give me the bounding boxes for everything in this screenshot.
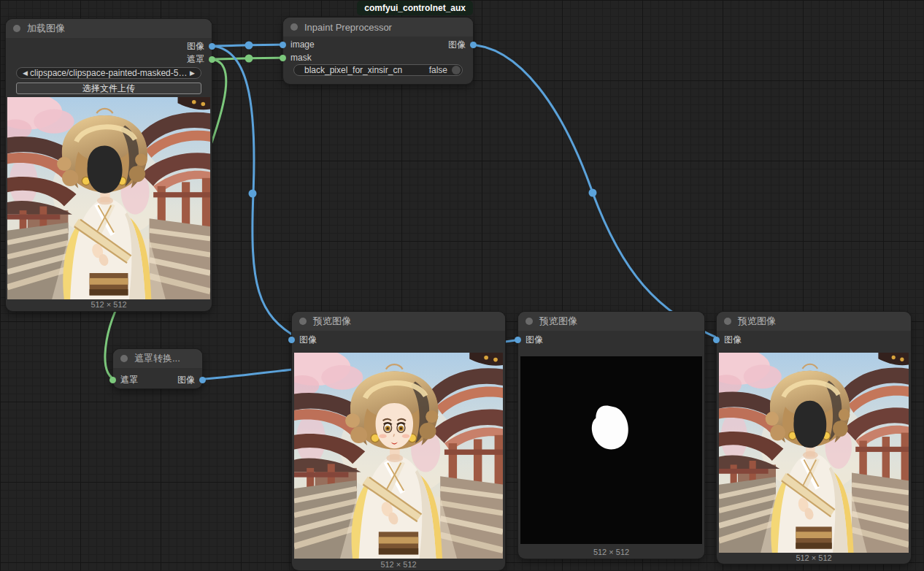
collapse-dot-icon[interactable] <box>120 355 128 362</box>
port-label: mask <box>290 53 312 63</box>
output-port-image[interactable]: 图像 <box>187 40 215 52</box>
node-title: 加载图像 <box>27 22 65 35</box>
node-title: 预览图像 <box>539 315 577 328</box>
node-preview-image-2[interactable]: 预览图像 图像 512 × 512 <box>518 312 704 559</box>
port-label: image <box>290 39 315 50</box>
input-port-image[interactable]: 图像 <box>713 334 742 345</box>
input-dot-icon[interactable] <box>515 337 521 343</box>
input-port-image[interactable]: image <box>280 39 315 50</box>
preview-mask-image <box>520 356 702 544</box>
port-label: 图像 <box>187 40 204 53</box>
link-midpoint-dot[interactable] <box>245 55 253 63</box>
port-label: 遮罩 <box>187 53 204 66</box>
input-dot-icon[interactable] <box>280 55 286 61</box>
resolution-label: 512 × 512 <box>292 560 505 569</box>
port-label: 遮罩 <box>120 374 138 386</box>
collapse-dot-icon[interactable] <box>299 318 307 325</box>
collapse-dot-icon[interactable] <box>13 25 20 32</box>
node-header[interactable]: Inpaint Preprocessor <box>283 18 473 37</box>
node-load-image[interactable]: 加载图像 图像 遮罩 ◀ clipspace/clipspace-painted… <box>6 19 212 311</box>
port-label: 图像 <box>724 334 742 346</box>
combo-value[interactable]: clipspace/clipspace-painted-masked-5676 … <box>17 68 201 78</box>
output-dot-icon[interactable] <box>209 56 215 63</box>
node-header[interactable]: 加载图像 <box>6 19 212 38</box>
input-dot-icon[interactable] <box>713 337 720 343</box>
port-label: 图像 <box>299 334 317 346</box>
node-inpaint-preprocessor[interactable]: comfyui_controlnet_aux Inpaint Preproces… <box>283 18 473 84</box>
input-port-mask[interactable]: 遮罩 <box>109 374 138 386</box>
node-header[interactable]: 预览图像 <box>518 312 704 331</box>
link-midpoint-dot[interactable] <box>245 42 253 50</box>
input-port-image[interactable]: 图像 <box>515 334 543 345</box>
output-dot-icon[interactable] <box>209 43 215 50</box>
node-title: 遮罩转换... <box>134 352 180 365</box>
port-label: 图像 <box>448 39 466 51</box>
combo-prev-icon[interactable]: ◀ <box>23 68 28 78</box>
node-title: 预览图像 <box>738 315 776 328</box>
output-dot-icon[interactable] <box>470 42 477 48</box>
output-port-image[interactable]: 图像 <box>177 374 206 386</box>
node-header[interactable]: 预览图像 <box>717 312 911 331</box>
preview-image <box>294 353 503 559</box>
output-port-image[interactable]: 图像 <box>448 39 477 50</box>
node-title: Inpaint Preprocessor <box>304 22 392 33</box>
filename-combo-widget[interactable]: ◀ clipspace/clipspace-painted-masked-567… <box>16 67 201 79</box>
toggle-knob-icon[interactable] <box>452 66 461 74</box>
collapse-dot-icon[interactable] <box>290 23 298 31</box>
output-dot-icon[interactable] <box>199 377 206 383</box>
node-source-badge: comfyui_controlnet_aux <box>357 1 473 15</box>
widget-value[interactable]: false <box>429 65 452 75</box>
collapse-dot-icon[interactable] <box>724 318 731 325</box>
node-title: 预览图像 <box>313 315 351 328</box>
node-header[interactable]: 预览图像 <box>292 312 505 331</box>
node-preview-image-1[interactable]: 预览图像 图像 512 × 512 <box>292 312 505 570</box>
preview-image <box>719 353 909 553</box>
input-port-image[interactable]: 图像 <box>288 334 317 345</box>
input-port-mask[interactable]: mask <box>280 52 312 64</box>
output-port-mask[interactable]: 遮罩 <box>187 53 215 65</box>
combo-next-icon[interactable]: ▶ <box>190 68 195 78</box>
input-dot-icon[interactable] <box>280 42 286 48</box>
port-label: 图像 <box>525 334 543 346</box>
node-mask-convert[interactable]: 遮罩转换... 遮罩 图像 <box>113 349 202 388</box>
upload-file-button[interactable]: 选择文件上传 <box>16 83 201 94</box>
black-pixel-toggle-widget[interactable]: black_pixel_for_xinsir_cn false <box>293 64 463 76</box>
node-preview-image-3[interactable]: 预览图像 图像 512 × 512 <box>717 312 911 564</box>
collapse-dot-icon[interactable] <box>525 318 533 325</box>
resolution-label: 512 × 512 <box>518 548 704 556</box>
resolution-label: 512 × 512 <box>6 300 212 309</box>
port-label: 图像 <box>177 374 195 386</box>
link-midpoint-dot[interactable] <box>249 190 257 198</box>
link-midpoint-dot[interactable] <box>589 189 597 197</box>
resolution-label: 512 × 512 <box>717 553 911 562</box>
loaded-image-preview <box>7 97 210 299</box>
widget-name: black_pixel_for_xinsir_cn <box>294 65 429 75</box>
input-dot-icon[interactable] <box>288 337 295 343</box>
node-header[interactable]: 遮罩转换... <box>113 349 202 368</box>
input-dot-icon[interactable] <box>109 377 116 383</box>
